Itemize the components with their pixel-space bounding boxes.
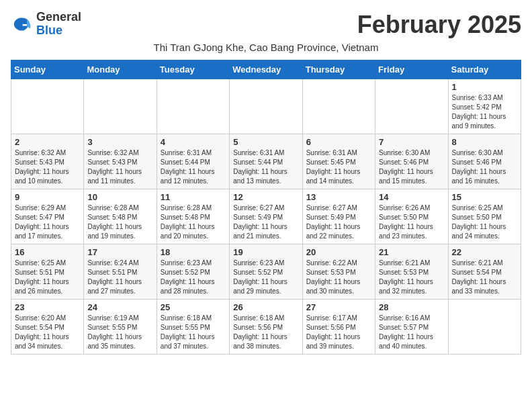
day-number: 15 xyxy=(452,192,517,202)
calendar-cell xyxy=(448,300,521,355)
logo-text: General Blue xyxy=(36,11,81,38)
calendar-cell: 8Sunrise: 6:30 AM Sunset: 5:46 PM Daylig… xyxy=(448,134,521,189)
day-number: 20 xyxy=(306,247,371,257)
day-info: Sunrise: 6:27 AM Sunset: 5:49 PM Dayligh… xyxy=(233,203,298,241)
calendar-cell: 5Sunrise: 6:31 AM Sunset: 5:44 PM Daylig… xyxy=(230,134,302,189)
calendar-cell xyxy=(375,79,448,134)
day-number: 3 xyxy=(87,137,152,147)
day-number: 1 xyxy=(452,82,517,92)
month-title: February 2025 xyxy=(357,11,521,39)
day-number: 21 xyxy=(379,247,444,257)
calendar-cell xyxy=(302,79,375,134)
calendar-cell: 9Sunrise: 6:29 AM Sunset: 5:47 PM Daylig… xyxy=(11,189,84,244)
day-info: Sunrise: 6:23 AM Sunset: 5:52 PM Dayligh… xyxy=(161,259,226,296)
day-info: Sunrise: 6:21 AM Sunset: 5:53 PM Dayligh… xyxy=(379,259,444,296)
day-info: Sunrise: 6:31 AM Sunset: 5:44 PM Dayligh… xyxy=(233,148,298,186)
day-number: 27 xyxy=(306,302,371,312)
calendar-cell: 11Sunrise: 6:28 AM Sunset: 5:48 PM Dayli… xyxy=(157,189,229,244)
day-info: Sunrise: 6:20 AM Sunset: 5:54 PM Dayligh… xyxy=(15,314,80,351)
calendar-cell: 26Sunrise: 6:18 AM Sunset: 5:56 PM Dayli… xyxy=(230,300,302,355)
day-info: Sunrise: 6:24 AM Sunset: 5:51 PM Dayligh… xyxy=(87,259,152,296)
day-info: Sunrise: 6:21 AM Sunset: 5:54 PM Dayligh… xyxy=(452,259,517,296)
calendar-header-row: SundayMondayTuesdayWednesdayThursdayFrid… xyxy=(11,60,521,79)
day-number: 8 xyxy=(452,137,517,147)
day-number: 24 xyxy=(87,302,152,312)
subtitle: Thi Tran GJong Khe, Cao Bang Province, V… xyxy=(11,42,521,53)
day-info: Sunrise: 6:18 AM Sunset: 5:55 PM Dayligh… xyxy=(161,314,226,351)
calendar-week-row: 16Sunrise: 6:25 AM Sunset: 5:51 PM Dayli… xyxy=(11,244,521,300)
calendar-cell: 24Sunrise: 6:19 AM Sunset: 5:55 PM Dayli… xyxy=(84,300,157,355)
day-info: Sunrise: 6:32 AM Sunset: 5:43 PM Dayligh… xyxy=(87,148,152,186)
calendar-cell: 14Sunrise: 6:26 AM Sunset: 5:50 PM Dayli… xyxy=(375,189,448,244)
day-info: Sunrise: 6:27 AM Sunset: 5:49 PM Dayligh… xyxy=(306,203,371,241)
day-number: 7 xyxy=(379,137,444,147)
day-number: 18 xyxy=(161,247,226,257)
calendar-cell: 3Sunrise: 6:32 AM Sunset: 5:43 PM Daylig… xyxy=(84,134,157,189)
day-info: Sunrise: 6:31 AM Sunset: 5:45 PM Dayligh… xyxy=(306,148,371,186)
calendar-cell: 27Sunrise: 6:17 AM Sunset: 5:56 PM Dayli… xyxy=(302,300,375,355)
calendar-cell: 25Sunrise: 6:18 AM Sunset: 5:55 PM Dayli… xyxy=(157,300,229,355)
day-info: Sunrise: 6:17 AM Sunset: 5:56 PM Dayligh… xyxy=(306,314,371,351)
calendar-cell: 19Sunrise: 6:23 AM Sunset: 5:52 PM Dayli… xyxy=(230,244,302,300)
calendar-cell: 13Sunrise: 6:27 AM Sunset: 5:49 PM Dayli… xyxy=(302,189,375,244)
calendar-cell: 12Sunrise: 6:27 AM Sunset: 5:49 PM Dayli… xyxy=(230,189,302,244)
calendar-cell: 16Sunrise: 6:25 AM Sunset: 5:51 PM Dayli… xyxy=(11,244,84,300)
column-header-saturday: Saturday xyxy=(448,60,521,79)
day-number: 4 xyxy=(161,137,226,147)
day-info: Sunrise: 6:28 AM Sunset: 5:48 PM Dayligh… xyxy=(161,203,226,241)
calendar-cell: 28Sunrise: 6:16 AM Sunset: 5:57 PM Dayli… xyxy=(375,300,448,355)
day-info: Sunrise: 6:22 AM Sunset: 5:53 PM Dayligh… xyxy=(306,259,371,296)
day-number: 17 xyxy=(87,247,152,257)
calendar-cell: 21Sunrise: 6:21 AM Sunset: 5:53 PM Dayli… xyxy=(375,244,448,300)
day-number: 16 xyxy=(15,247,80,257)
calendar-cell: 2Sunrise: 6:32 AM Sunset: 5:43 PM Daylig… xyxy=(11,134,84,189)
calendar-cell: 4Sunrise: 6:31 AM Sunset: 5:44 PM Daylig… xyxy=(157,134,229,189)
calendar-cell: 18Sunrise: 6:23 AM Sunset: 5:52 PM Dayli… xyxy=(157,244,229,300)
day-number: 10 xyxy=(87,192,152,202)
calendar-cell xyxy=(11,79,84,134)
column-header-sunday: Sunday xyxy=(11,60,84,79)
day-number: 26 xyxy=(233,302,298,312)
calendar-cell: 17Sunrise: 6:24 AM Sunset: 5:51 PM Dayli… xyxy=(84,244,157,300)
day-number: 23 xyxy=(15,302,80,312)
day-number: 6 xyxy=(306,137,371,147)
day-number: 25 xyxy=(161,302,226,312)
day-info: Sunrise: 6:26 AM Sunset: 5:50 PM Dayligh… xyxy=(379,203,444,241)
day-info: Sunrise: 6:30 AM Sunset: 5:46 PM Dayligh… xyxy=(379,148,444,186)
calendar-cell: 1Sunrise: 6:33 AM Sunset: 5:42 PM Daylig… xyxy=(448,79,521,134)
logo-icon xyxy=(11,13,32,35)
day-info: Sunrise: 6:18 AM Sunset: 5:56 PM Dayligh… xyxy=(233,314,298,351)
day-info: Sunrise: 6:32 AM Sunset: 5:43 PM Dayligh… xyxy=(15,148,80,186)
page-header: General Blue February 2025 xyxy=(11,11,521,39)
calendar-cell xyxy=(84,79,157,134)
calendar-cell: 15Sunrise: 6:25 AM Sunset: 5:50 PM Dayli… xyxy=(448,189,521,244)
calendar-cell xyxy=(230,79,302,134)
logo: General Blue xyxy=(11,11,81,38)
day-info: Sunrise: 6:29 AM Sunset: 5:47 PM Dayligh… xyxy=(15,203,80,241)
day-info: Sunrise: 6:16 AM Sunset: 5:57 PM Dayligh… xyxy=(379,314,444,351)
day-number: 2 xyxy=(15,137,80,147)
calendar-week-row: 1Sunrise: 6:33 AM Sunset: 5:42 PM Daylig… xyxy=(11,79,521,134)
calendar-cell: 10Sunrise: 6:28 AM Sunset: 5:48 PM Dayli… xyxy=(84,189,157,244)
calendar-cell xyxy=(157,79,229,134)
calendar-cell: 7Sunrise: 6:30 AM Sunset: 5:46 PM Daylig… xyxy=(375,134,448,189)
calendar-table: SundayMondayTuesdayWednesdayThursdayFrid… xyxy=(11,60,521,355)
day-info: Sunrise: 6:25 AM Sunset: 5:51 PM Dayligh… xyxy=(15,259,80,296)
day-number: 11 xyxy=(161,192,226,202)
day-info: Sunrise: 6:25 AM Sunset: 5:50 PM Dayligh… xyxy=(452,203,517,241)
day-info: Sunrise: 6:28 AM Sunset: 5:48 PM Dayligh… xyxy=(87,203,152,241)
day-number: 14 xyxy=(379,192,444,202)
day-number: 28 xyxy=(379,302,444,312)
day-number: 9 xyxy=(15,192,80,202)
column-header-friday: Friday xyxy=(375,60,448,79)
calendar-cell: 20Sunrise: 6:22 AM Sunset: 5:53 PM Dayli… xyxy=(302,244,375,300)
column-header-thursday: Thursday xyxy=(302,60,375,79)
day-number: 22 xyxy=(452,247,517,257)
day-info: Sunrise: 6:33 AM Sunset: 5:42 PM Dayligh… xyxy=(452,93,517,131)
day-number: 12 xyxy=(233,192,298,202)
day-number: 5 xyxy=(233,137,298,147)
calendar-week-row: 23Sunrise: 6:20 AM Sunset: 5:54 PM Dayli… xyxy=(11,300,521,355)
calendar-week-row: 9Sunrise: 6:29 AM Sunset: 5:47 PM Daylig… xyxy=(11,189,521,244)
day-number: 19 xyxy=(233,247,298,257)
day-info: Sunrise: 6:30 AM Sunset: 5:46 PM Dayligh… xyxy=(452,148,517,186)
